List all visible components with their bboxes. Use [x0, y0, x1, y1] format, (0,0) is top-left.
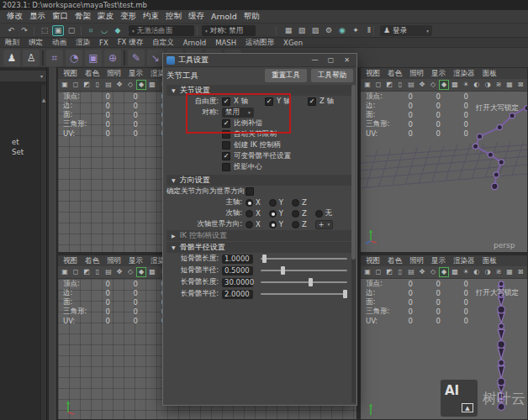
axis-checkbox[interactable]: ✓ Z 轴: [308, 97, 351, 107]
slider-value-field[interactable]: 1.0000: [222, 255, 253, 264]
textured-mode-icon[interactable]: ▩: [147, 80, 157, 90]
secondary-axis-radio[interactable]: X: [246, 209, 261, 218]
bookmark-icon[interactable]: ▯: [92, 80, 103, 90]
maximize-button[interactable]: ▢: [325, 56, 337, 64]
symmetry-dropdown[interactable]: 禁用 ▾: [222, 108, 254, 118]
lighting-icon[interactable]: ☀: [461, 267, 471, 277]
viewport-menu-item[interactable]: 照明: [107, 256, 121, 266]
viewport-menu-item[interactable]: 显示: [431, 256, 446, 266]
textured-mode-icon[interactable]: ▩: [450, 80, 460, 90]
snap-grid-icon[interactable]: ⌗: [85, 25, 97, 36]
shadows-icon[interactable]: ◐: [472, 80, 482, 90]
camera-attributes-icon[interactable]: ◩: [82, 267, 92, 277]
dialog-scrollbar[interactable]: [351, 85, 356, 403]
reset-tool-button[interactable]: 重置工具: [265, 69, 307, 82]
slider-handle[interactable]: [281, 266, 285, 275]
two-d-pan-zoom-icon[interactable]: ✥: [417, 267, 427, 277]
secondary-axis-radio[interactable]: Y: [269, 209, 283, 218]
slider-track[interactable]: [261, 270, 347, 271]
multisample-icon[interactable]: ▦: [504, 267, 515, 277]
menu-item[interactable]: 帮助: [244, 11, 260, 22]
camera-attributes-icon[interactable]: ◩: [82, 80, 92, 90]
viewport-menu-item[interactable]: 着色: [85, 69, 99, 79]
close-button[interactable]: ✕: [341, 56, 353, 64]
render-region-icon[interactable]: ▨: [309, 25, 321, 36]
viewport-menu-item[interactable]: 显示: [129, 256, 143, 266]
lighting-icon[interactable]: ☀: [461, 80, 471, 90]
light-editor-icon[interactable]: ✦: [350, 25, 362, 36]
menu-item[interactable]: 控制: [166, 11, 182, 22]
image-plane-icon[interactable]: ▤: [406, 80, 416, 90]
slider-handle[interactable]: [262, 255, 267, 263]
humanik-skeleton-icon[interactable]: ♙: [23, 50, 40, 66]
shaded-mode-icon[interactable]: ◆: [136, 80, 146, 90]
image-plane-icon[interactable]: ▤: [103, 80, 114, 90]
minimize-button[interactable]: —: [309, 56, 321, 64]
world-orientation-checkbox[interactable]: ✓: [246, 187, 254, 196]
camera-attributes-icon[interactable]: ◩: [384, 267, 394, 277]
viewport-menu-item[interactable]: 渲染器: [453, 69, 475, 79]
redo-icon[interactable]: ↷: [18, 25, 30, 36]
two-d-pan-zoom-icon[interactable]: ✥: [114, 267, 124, 277]
component-mode-icon[interactable]: ▢: [66, 25, 77, 36]
screen-ao-icon[interactable]: ◑: [483, 267, 493, 277]
shelf-tab[interactable]: 渲染: [76, 38, 90, 48]
wireframe-icon[interactable]: ◇: [428, 267, 438, 277]
shelf-tab[interactable]: XGen: [283, 39, 303, 47]
slider-value-field[interactable]: 0.5000: [222, 266, 253, 276]
viewport-menu-item[interactable]: 视图: [63, 256, 77, 266]
render-icon[interactable]: ▦: [282, 25, 294, 36]
image-plane-icon[interactable]: ▤: [406, 267, 416, 277]
axis-checkbox[interactable]: ✓ Y 轴: [265, 97, 308, 107]
tension-deformer-icon[interactable]: ⌗: [46, 50, 63, 66]
viewport-menu-item[interactable]: 面板: [483, 69, 497, 79]
shelf-divider-icon[interactable]: [42, 50, 44, 66]
hypershade-icon[interactable]: ◉: [336, 25, 348, 36]
slider-value-field[interactable]: 30.0000: [222, 278, 253, 287]
section-joint-settings[interactable]: ▼ 关节设置: [166, 85, 353, 96]
section-ik-handle-settings[interactable]: ▶ IK 控制柄设置: [166, 230, 353, 241]
lock-camera-icon[interactable]: ◻: [373, 267, 383, 277]
viewport-menu-item[interactable]: 照明: [409, 256, 424, 266]
camera-select-icon[interactable]: ▣: [362, 80, 372, 90]
shelf-tab[interactable]: 绑定: [29, 38, 43, 48]
object-mode-icon[interactable]: ▣: [52, 25, 64, 36]
snap-curve-icon[interactable]: ◡: [98, 25, 110, 36]
bookmark-icon[interactable]: ▯: [92, 267, 103, 277]
option-checkbox[interactable]: ✓ 可变骨骼半径设置: [222, 151, 291, 161]
pane-separator[interactable]: [48, 67, 57, 420]
secondary-axis-radio[interactable]: Z: [292, 209, 307, 218]
viewport-menu-item[interactable]: 视图: [366, 256, 380, 266]
secondary-world-radio[interactable]: Z: [292, 220, 307, 228]
humanik-character-icon[interactable]: ♟: [3, 50, 20, 66]
xray-icon[interactable]: ⊠: [515, 267, 525, 277]
lock-camera-icon[interactable]: ◻: [71, 80, 81, 90]
textured-mode-icon[interactable]: ▩: [147, 267, 157, 277]
primary-axis-radio[interactable]: Z: [292, 198, 307, 207]
xray-icon[interactable]: ⊠: [515, 80, 525, 90]
textured-mode-icon[interactable]: ▩: [450, 267, 460, 277]
camera-select-icon[interactable]: ▣: [60, 80, 70, 90]
menu-item[interactable]: 修改: [7, 11, 23, 22]
active-surface-field[interactable]: ▾ 无激活曲面: [129, 25, 194, 36]
slider-handle[interactable]: [309, 278, 313, 286]
motion-blur-icon[interactable]: ≋: [494, 267, 504, 277]
camera-select-icon[interactable]: ▣: [60, 267, 70, 277]
undo-icon[interactable]: ↶: [5, 25, 17, 36]
wireframe-icon[interactable]: ◇: [125, 80, 135, 90]
menu-item[interactable]: 窗口: [52, 11, 68, 22]
secondary-world-radio[interactable]: Y: [269, 220, 283, 228]
axis-checkbox[interactable]: ✓ X 轴: [222, 97, 265, 107]
shelf-tab[interactable]: FX: [99, 39, 108, 47]
viewport-canvas[interactable]: 顶点: 0 0 0 边: 0 0 0 面: 0 0 0 三角形: 0 0 0 U…: [361, 92, 527, 252]
slider-track[interactable]: [261, 281, 347, 283]
slider-handle[interactable]: [343, 290, 347, 298]
outliner-menu-bar[interactable]: ▾: [0, 71, 46, 81]
menu-item[interactable]: 显示: [29, 11, 45, 22]
secondary-world-extra-dropdown[interactable]: + ▾: [315, 220, 333, 229]
menu-item[interactable]: 变形: [120, 11, 136, 22]
ik-handle-icon[interactable]: ↘: [147, 50, 164, 66]
two-d-pan-zoom-icon[interactable]: ✥: [114, 80, 124, 90]
option-checkbox[interactable]: ✓ 比例补偿: [222, 118, 262, 129]
screen-ao-icon[interactable]: ◑: [483, 80, 493, 90]
